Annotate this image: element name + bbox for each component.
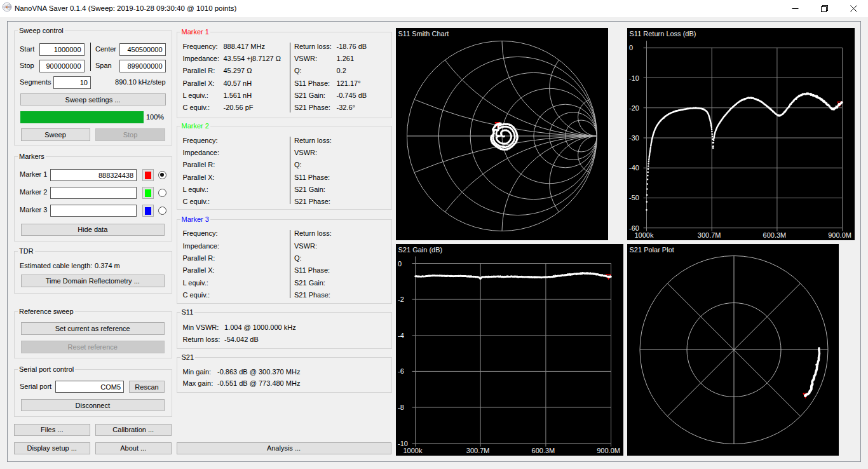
marker-info-divider [290,137,290,204]
tdr-title: TDR [18,247,35,256]
info-field-label: Return loss: [183,336,220,343]
span-input[interactable]: 899000000 [119,60,166,72]
sweep-settings-button[interactable]: Sweep settings ... [20,93,166,105]
s21-gain-chart: 0-2-4-6-8-101000k300.7M600.3M900.0MS21 G… [396,244,623,456]
marker-field-label: Parallel X: [183,266,215,274]
marker-2-color-swatch [145,189,151,198]
info-field-label: Max gain: [183,379,214,387]
close-button[interactable] [839,0,868,17]
marker-3-input[interactable] [50,205,137,217]
marker-field-label: Parallel R: [183,67,215,74]
marker-field-value: -0.745 dB [337,92,367,99]
marker-1-color-button[interactable] [142,169,154,181]
marker-field-label: Parallel R: [183,254,215,262]
marker-field-label: Impedance: [183,242,219,250]
segments-input[interactable]: 10 [53,76,91,89]
center-input[interactable]: 450500000 [119,43,166,56]
marker-field-label: S11 Phase: [294,266,330,274]
window-title: NanoVNA Saver 0.1.4 (Sweep: 2019-10-28 0… [15,0,236,17]
info-field-value: -54.042 dB [224,336,259,343]
svg-text:0: 0 [629,44,633,51]
calibration-button[interactable]: Calibration ... [95,424,172,437]
rescan-button[interactable]: Rescan [129,381,165,393]
stop-input[interactable]: 900000000 [39,60,85,72]
stop-button[interactable]: Stop [95,128,165,141]
title-bar: NanoVNA Saver 0.1.4 (Sweep: 2019-10-28 0… [0,0,868,17]
sweep-trace [414,272,612,280]
chart-grid [412,257,611,447]
marker-2-label: Marker 2 [20,188,47,196]
info-field-value: -0.863 dB @ 300.370 MHz [217,368,300,376]
radio-dot [160,173,164,177]
svg-text:-60: -60 [629,224,639,231]
marker-3-color-swatch [145,207,151,215]
chart-grid [644,41,843,231]
analysis-button[interactable]: Analysis ... [177,442,391,455]
chart-title: S11 Smith Chart [398,29,449,37]
marker-3-info-box: Marker 3Frequency:Return loss:Impedance:… [177,219,392,304]
marker-2-color-button[interactable] [142,187,154,199]
tdr-button[interactable]: Time Domain Reflectometry ... [21,275,165,287]
close-icon [850,5,857,12]
serial-port-label: Serial port [20,383,51,390]
svg-text:-10: -10 [398,440,408,447]
svg-text:1000k: 1000k [403,447,423,454]
marker-1-info-title: Marker 1 [180,27,210,37]
svg-text:-2: -2 [398,296,404,303]
s21-info-box: S21Min gain:-0.863 dB @ 300.370 MHzMax g… [177,357,392,393]
marker-3-color-button[interactable] [142,205,154,217]
sweep-button[interactable]: Sweep [21,128,90,141]
marker-info-divider [290,230,290,298]
marker-field-label: Impedance: [183,55,219,62]
marker-field-label: C equiv.: [183,291,210,299]
sweep-control-title: Sweep control [18,26,65,36]
svg-text:-40: -40 [629,164,639,172]
marker-field-label: S21 Phase: [294,291,330,299]
s11-smith-chart: S11 Smith Chart [396,28,608,240]
axis-labels: 0-2-4-6-8-101000k300.7M600.3M900.0M [398,260,620,455]
marker-1-radio[interactable] [158,171,166,179]
axis-labels: 0-10-20-30-40-50-601000k300.7M600.3M900.… [629,44,851,239]
serial-port-input[interactable]: COM5 [55,381,124,393]
center-label: Center [95,45,116,53]
marker-1-input[interactable]: 888324438 [50,169,137,181]
maximize-restore-button[interactable] [810,0,839,17]
svg-text:900.0M: 900.0M [828,231,851,239]
progress-label: 100% [146,113,164,121]
marker-2-info-title: Marker 2 [180,121,210,131]
svg-text:900.0M: 900.0M [597,447,620,454]
marker-2-info-box: Marker 2Frequency:Return loss:Impedance:… [177,126,392,210]
disconnect-button[interactable]: Disconnect [21,399,165,411]
marker-2-input[interactable] [50,187,137,199]
marker-2-radio[interactable] [158,189,166,197]
nanovna-saver-window: NanoVNA Saver 0.1.4 (Sweep: 2019-10-28 0… [0,0,868,469]
marker-field-label: Parallel R: [183,161,215,168]
files-button[interactable]: Files ... [14,424,90,437]
reference-title: Reference sweep [18,307,75,316]
start-input[interactable]: 1000000 [39,43,85,56]
display-setup-button[interactable]: Display setup ... [14,442,90,455]
svg-text:-10: -10 [629,74,639,81]
marker-field-label: Return loss: [294,137,332,144]
set-reference-button[interactable]: Set current as reference [21,322,165,335]
minimize-button[interactable] [780,0,810,17]
marker-field-value: 40.57 nH [224,79,252,87]
marker-field-label: S21 Gain: [294,186,325,193]
marker-field-value: 888.417 MHz [224,43,265,50]
chart-title: S11 Return Loss (dB) [630,29,696,37]
marker-field-label: VSWR: [294,242,317,250]
marker-field-value: -18.76 dB [337,43,367,50]
marker-field-label: Frequency: [183,137,218,144]
reset-reference-button[interactable]: Reset reference [21,341,165,353]
sweep-trace [490,122,519,150]
info-field-label: Min VSWR: [183,323,219,331]
about-button[interactable]: About ... [95,442,172,455]
svg-text:1000k: 1000k [635,231,654,239]
marker-field-value: -20.56 pF [224,104,254,111]
marker-field-label: L equiv.: [183,92,208,99]
sweep-divider [90,43,91,71]
hide-data-button[interactable]: Hide data [21,224,165,236]
s21-polar-chart: S21 Polar Plot [627,244,839,456]
marker-field-label: S11 Phase: [294,173,330,181]
marker-3-radio[interactable] [158,207,166,215]
